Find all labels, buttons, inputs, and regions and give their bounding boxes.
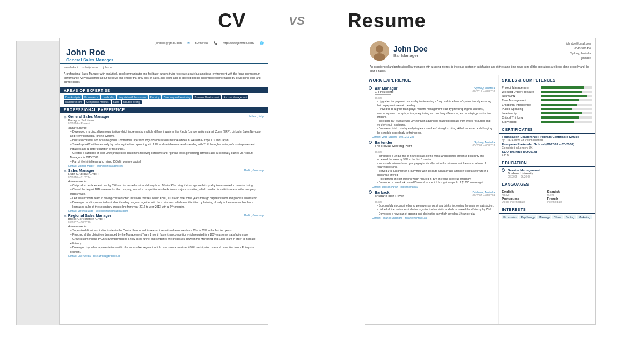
cv-job2-location: Berlin, Germany [244,168,264,172]
resume-name: John Doe [393,45,562,53]
resume-job3-tasks-label: Tasks [375,200,495,203]
resume-job-title: Bar Manager [393,53,562,58]
main-content: johnroe@gmail.com ✉ 50458456 📞 http://ww… [0,38,644,338]
skill-teamwork: Teamwork [499,94,595,98]
resume-job2-divider [375,149,391,149]
cv-skype: johnroe [103,65,112,69]
edu-circle [502,168,505,172]
cv-job1-contact: Contact: Michelle Harger – michelle@para… [68,165,264,167]
resume-job3-contact: Contact: Fintan O Seaghdha – fintan@iris… [369,217,495,219]
interest-mixology: Mixology [537,215,551,219]
resume-email: johndoe@gmail.com [566,41,591,46]
interest-marketing: Marketing [577,215,592,219]
resume-job1-task2: – Proved to be a great team-player with … [375,107,495,119]
cv-tag-4: Planning [149,95,162,99]
cv-name-area: John Roe General Sales Manager [60,46,268,64]
resume-job2-tasks-label: Tasks [375,150,495,153]
resume-job2-task1: – Introduced a unique mix of new cocktai… [375,154,495,161]
skill-leadership: Leadership [499,111,595,115]
interests-tags: Economics Psychology Mixology Chess Surf… [499,215,595,220]
cv-job2-ach5: – Increased sales of the secondary produ… [68,204,264,209]
cv-job2-ach4: – Developed and implemented an indirect … [68,200,264,204]
cv-tag-1: E-commerce [83,95,100,99]
resume-interests-title: INTERESTS [499,206,595,214]
cv-tags: Data Analysis E-commerce Leadership Nego… [60,94,268,105]
resume-job3-title: Barback [375,190,404,194]
resume-job2-contact: Contact: Jackson Parish – jack@nomad.au [369,186,495,188]
cv-job2-title: Sales Manager [68,168,94,172]
resume-job1-contact: Contact: Vince Scarlett – 0021 213 235 [369,136,495,138]
cv-tag-11: Solution Selling [122,100,142,104]
cv-side: johnroe@gmail.com ✉ 50458456 📞 http://ww… [11,38,317,325]
resume-job2-company: The NoMad Meeting Point [375,144,412,148]
resume-header: John Doe Bar Manager johndoe@gmail.com 0… [365,38,595,63]
cv-document: johnroe@gmail.com ✉ 50458456 📞 http://ww… [59,38,268,325]
cv-job2-contact: Contact: Veronika Latte – veronika@rutha… [68,210,264,212]
resume-job1-date: 09/2011 – 02/2018 [473,90,495,93]
skill-emotional-intelligence: Emotional Intelligence [499,102,595,107]
resume-name-area: John Doe Bar Manager [393,45,562,58]
resume-job3-task2: – Helped all the bartenders to better or… [375,208,495,211]
resume-job3: Barback Brisbane Irish Rover Brisbane, A… [365,189,498,221]
cv-linkedin: www.linkedin.com/in/johnroe [64,65,98,69]
cv-job2-ach2: – Closed the largest B2B sale ever for t… [68,187,264,196]
resume-job3-date: 09/2007 – 01/2009 [473,194,495,197]
cv-contact-row: www.linkedin.com/in/johnroe johnroe [60,64,268,70]
resume-side: John Doe Bar Manager johndoe@gmail.com 0… [327,38,633,325]
cv-job3-ach1: – Supervised direct and indirect sales i… [68,228,264,232]
resume-job1-divider [375,94,391,95]
cv-tag-6: Business Development [193,95,221,99]
cv-website: http://www.johnroe.com/ [223,41,254,45]
resume-document: John Doe Bar Manager johndoe@gmail.com 0… [365,38,596,325]
resume-work-title: WORK EXPERIENCE [365,77,498,84]
cv-tag-5: Coaching and Mentoring [162,95,192,99]
cv-job1-ach3: – Saved up to €2 million annually by red… [68,142,264,151]
cv-email: johnroe@gmail.com [156,41,182,45]
cv-job2-date: 07/2010 – 01/2014 [68,175,264,179]
skill-time-management: Time Management [499,98,595,102]
resume-job1-task4: – Decreased total costs by analyzing tea… [375,127,495,134]
cv-job-title: General Sales Manager [66,57,264,62]
lang-portuguese: Portuguese Upper-Intermediate [502,197,546,203]
interest-chess: Chess [552,215,563,219]
resume-avatar [370,41,389,61]
skill-public-speaking: Public Speaking [499,107,595,111]
resume-job1-circle [369,86,372,90]
cv-label: CV [218,10,246,32]
resume-job1-tasks-label: Tasks [375,96,495,99]
resume-job2-circle [369,141,372,144]
cv-phone: 50458456 [195,41,208,45]
cv-job1-ach4: – Created a database of over 9000 prospe… [68,151,264,159]
cv-job1-ach1: – Developed a project driven organizatio… [68,129,264,138]
resume-location: Sydney, Australia [566,51,591,56]
cv-job3-location: Berlin, Germany [244,214,264,217]
cert-3: SEO Training (09/2015) A B B [499,150,595,157]
resume-username: johndoe [566,56,591,61]
cv-job1-ach2: – Built a successful and scalable global… [68,138,264,142]
interest-economics: Economics [502,215,518,219]
resume-certs-title: CERTIFICATES [499,126,595,134]
cv-tag-8: Salesforce.com [64,100,84,104]
lang-english: English Native [502,190,546,196]
resume-job1: Bar Manager El Presidente Sydney, Austra… [365,85,498,139]
resume-job1-title: Bar Manager [375,86,397,90]
resume-work-section: WORK EXPERIENCE Bar Manager El President… [365,75,499,324]
cert-1: Foundation Leadership Program Certificat… [499,135,595,142]
resume-job3-task3: – Developed a new plan of opening and cl… [375,212,495,216]
resume-label: Resume [348,10,426,32]
cert-2: European Bartender School (02/2009 – 05/… [499,142,595,150]
cv-tag-3: Negotiation & Persuasion [117,95,148,99]
resume-body: WORK EXPERIENCE Bar Manager El President… [365,75,595,324]
page-header: CV VS Resume [0,0,644,38]
cv-job1-title: General Sales Manager [68,115,109,119]
edu-1: Service Management Brisbane University 0… [499,168,595,179]
resume-job3-company: Brisbane Irish Rover [375,194,404,197]
cv-section-expertise: AREAS OF EXPERTISE [60,87,268,93]
resume-job3-task1: – Successfully stocking the bar so we ne… [375,204,495,208]
resume-job2-title: Bartender [375,141,412,144]
cv-name: John Roe [66,48,264,57]
cv-tag-2: Leadership [101,95,116,99]
cv-job3-date: 05/2007 – 08/2010 [68,221,264,224]
cv-tag-7: Account Management [222,95,248,99]
cv-job3-title: Regional Sales Manager [68,214,112,217]
